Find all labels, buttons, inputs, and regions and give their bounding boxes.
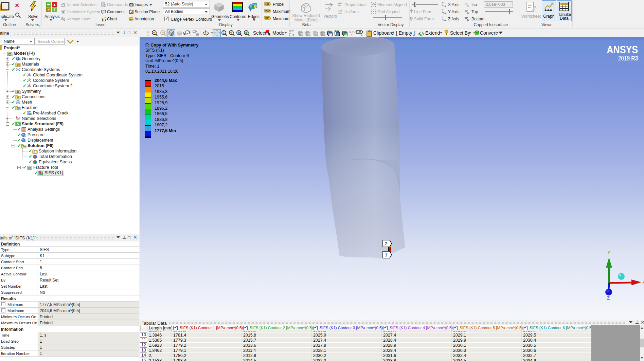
svg-text:2: 2 — [385, 241, 388, 246]
svg-text:1: 1 — [385, 252, 388, 257]
svg-text:MIN: MIN — [265, 17, 269, 19]
svg-text:Z: Z — [607, 295, 610, 301]
svg-text:x: x — [467, 11, 469, 14]
svg-text:x: x — [467, 18, 469, 21]
svg-text:X: X — [642, 280, 644, 285]
svg-text:123: 123 — [265, 3, 269, 5]
svg-text:100: 100 — [357, 31, 361, 33]
svg-text:x: x — [467, 4, 469, 7]
svg-text:Abc: Abc — [130, 18, 133, 20]
svg-text:Y: Y — [607, 250, 610, 255]
svg-text:MAX: MAX — [265, 10, 270, 12]
